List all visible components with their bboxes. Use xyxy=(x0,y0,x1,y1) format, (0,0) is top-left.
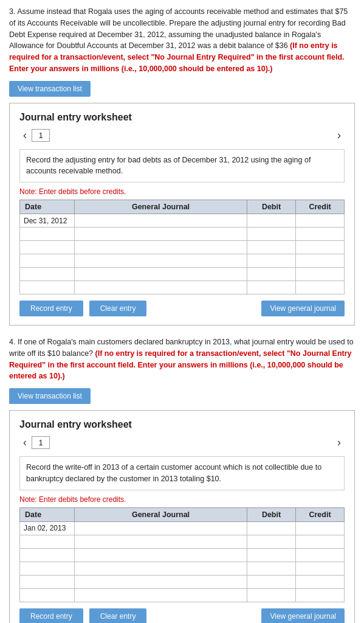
q3-prev-arrow[interactable]: ‹ xyxy=(19,129,30,142)
q3-general-2[interactable] xyxy=(75,228,247,241)
q4-general-5[interactable] xyxy=(75,575,247,588)
q4-col-credit: Credit xyxy=(296,507,345,521)
q4-row-1: Jan 02, 2013 xyxy=(20,521,345,535)
q4-debit-5[interactable] xyxy=(247,575,296,588)
q4-credit-2[interactable] xyxy=(296,535,345,548)
q4-row-4 xyxy=(20,562,345,575)
q3-clear-button[interactable]: Clear entry xyxy=(89,301,147,316)
q4-debit-1[interactable] xyxy=(247,521,296,535)
q4-date-4 xyxy=(20,562,75,575)
question-4-block: 4. If one of Rogala's main customers dec… xyxy=(9,336,355,623)
q3-credit-4[interactable] xyxy=(296,254,345,268)
q3-worksheet: Journal entry worksheet ‹ 1 › Record the… xyxy=(9,103,355,326)
q3-note: Note: Enter debits before credits. xyxy=(19,187,345,196)
q4-page-number: 1 xyxy=(32,436,50,449)
q3-date-1: Dec 31, 2012 xyxy=(20,214,75,228)
q3-general-1[interactable] xyxy=(75,214,247,228)
q3-general-5[interactable] xyxy=(75,268,247,281)
q3-next-arrow[interactable]: › xyxy=(334,129,345,142)
q3-row-6 xyxy=(20,281,345,294)
q4-credit-3[interactable] xyxy=(296,548,345,562)
q4-debit-4[interactable] xyxy=(247,562,296,575)
q4-row-3 xyxy=(20,548,345,562)
q3-debit-3[interactable] xyxy=(247,241,296,254)
q4-journal-table: Date General Journal Debit Credit Jan 02… xyxy=(19,507,345,602)
q4-button-row: Record entry Clear entry View general jo… xyxy=(19,608,345,624)
q3-row-4 xyxy=(20,254,345,268)
q4-nav-row: ‹ 1 › xyxy=(19,436,345,449)
q3-instruction: Record the adjusting entry for bad debts… xyxy=(19,149,345,183)
q3-nav-row: ‹ 1 › xyxy=(19,129,345,142)
q4-record-button[interactable]: Record entry xyxy=(19,608,83,624)
q4-number: 4. xyxy=(9,338,15,346)
q4-next-arrow[interactable]: › xyxy=(334,436,345,449)
q3-credit-2[interactable] xyxy=(296,228,345,241)
q4-col-general: General Journal xyxy=(75,507,247,521)
q4-debit-2[interactable] xyxy=(247,535,296,548)
q3-journal-table: Date General Journal Debit Credit Dec 31… xyxy=(19,200,345,294)
q4-row-5 xyxy=(20,575,345,588)
q4-general-6[interactable] xyxy=(75,588,247,602)
q4-clear-button[interactable]: Clear entry xyxy=(89,608,147,624)
q3-row-3 xyxy=(20,241,345,254)
q3-general-4[interactable] xyxy=(75,254,247,268)
q4-col-date: Date xyxy=(20,507,75,521)
q3-credit-3[interactable] xyxy=(296,241,345,254)
q3-debit-2[interactable] xyxy=(247,228,296,241)
q4-prev-arrow[interactable]: ‹ xyxy=(19,436,30,449)
q3-view-transaction-button[interactable]: View transaction list xyxy=(9,81,91,97)
q4-credit-6[interactable] xyxy=(296,588,345,602)
q4-note: Note: Enter debits before credits. xyxy=(19,495,345,504)
q3-credit-1[interactable] xyxy=(296,214,345,228)
q3-date-2 xyxy=(20,228,75,241)
q3-date-4 xyxy=(20,254,75,268)
q3-credit-6[interactable] xyxy=(296,281,345,294)
q4-debit-3[interactable] xyxy=(247,548,296,562)
question-3-block: 3. Assume instead that Rogala uses the a… xyxy=(9,6,355,325)
q4-view-journal-button[interactable]: View general journal xyxy=(261,608,345,624)
q3-general-3[interactable] xyxy=(75,241,247,254)
q4-credit-5[interactable] xyxy=(296,575,345,588)
q3-debit-5[interactable] xyxy=(247,268,296,281)
q3-col-date: Date xyxy=(20,200,75,214)
q4-general-4[interactable] xyxy=(75,562,247,575)
question-4-text: 4. If one of Rogala's main customers dec… xyxy=(9,336,355,382)
q3-date-5 xyxy=(20,268,75,281)
q4-date-6 xyxy=(20,588,75,602)
q3-debit-6[interactable] xyxy=(247,281,296,294)
q4-instruction: Record the write-off in 2013 of a certai… xyxy=(19,456,345,490)
q4-row-6 xyxy=(20,588,345,602)
q3-debit-1[interactable] xyxy=(247,214,296,228)
q4-date-5 xyxy=(20,575,75,588)
q3-view-journal-button[interactable]: View general journal xyxy=(261,301,345,316)
q4-view-transaction-button[interactable]: View transaction list xyxy=(9,388,91,404)
question-3-text: 3. Assume instead that Rogala uses the a… xyxy=(9,6,355,75)
q4-credit-1[interactable] xyxy=(296,521,345,535)
q3-credit-5[interactable] xyxy=(296,268,345,281)
q3-row-1: Dec 31, 2012 xyxy=(20,214,345,228)
q3-col-debit: Debit xyxy=(247,200,296,214)
q4-general-2[interactable] xyxy=(75,535,247,548)
q3-general-6[interactable] xyxy=(75,281,247,294)
q4-worksheet-title: Journal entry worksheet xyxy=(19,419,345,430)
q3-col-credit: Credit xyxy=(296,200,345,214)
q4-date-2 xyxy=(20,535,75,548)
page-container: 3. Assume instead that Rogala uses the a… xyxy=(0,0,364,623)
q4-date-1: Jan 02, 2013 xyxy=(20,521,75,535)
q3-row-5 xyxy=(20,268,345,281)
q3-page-number: 1 xyxy=(32,129,50,142)
q4-col-debit: Debit xyxy=(247,507,296,521)
q3-date-6 xyxy=(20,281,75,294)
q3-col-general: General Journal xyxy=(75,200,247,214)
q3-debit-4[interactable] xyxy=(247,254,296,268)
q4-general-1[interactable] xyxy=(75,521,247,535)
q4-debit-6[interactable] xyxy=(247,588,296,602)
q4-general-3[interactable] xyxy=(75,548,247,562)
q3-row-2 xyxy=(20,228,345,241)
q4-date-3 xyxy=(20,548,75,562)
q4-worksheet: Journal entry worksheet ‹ 1 › Record the… xyxy=(9,410,355,623)
q4-row-2 xyxy=(20,535,345,548)
q3-number: 3. xyxy=(9,7,15,16)
q4-credit-4[interactable] xyxy=(296,562,345,575)
q3-record-button[interactable]: Record entry xyxy=(19,301,83,316)
